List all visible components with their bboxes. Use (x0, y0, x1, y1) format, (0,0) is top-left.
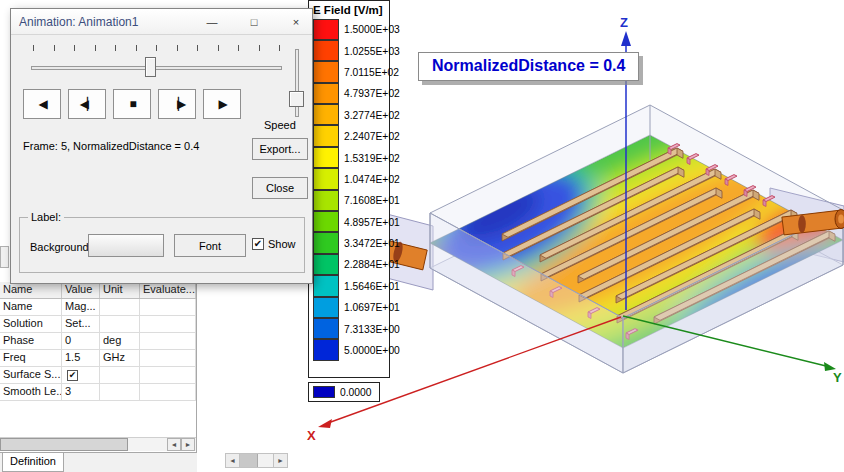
animation-dialog: Animation: Animation1 — □ × Speed ◀ ◀▏ ■… (10, 8, 313, 284)
legend-value: 1.5319E+02 (344, 153, 400, 164)
properties-column-header[interactable]: Value (62, 282, 100, 298)
property-value[interactable]: Mag... (62, 299, 100, 315)
frame-slider[interactable] (31, 66, 282, 70)
scroll-right-icon[interactable]: ► (181, 438, 195, 451)
show-checkbox-label: Show (268, 238, 296, 250)
close-button[interactable]: Close (252, 177, 308, 199)
property-name: Name (0, 299, 62, 315)
property-unit (100, 384, 140, 400)
legend-value: 3.2774E+02 (344, 110, 400, 121)
legend-value: 4.7937E+02 (344, 88, 400, 99)
property-row[interactable]: Freq 1.5 GHz (0, 350, 196, 367)
legend-value: 1.0474E+02 (344, 174, 400, 185)
property-evaluated (140, 299, 196, 315)
scroll-right-icon[interactable]: ► (273, 454, 287, 467)
play-reverse-button[interactable]: ◀ (23, 89, 61, 119)
viewport-hscrollbar[interactable]: ◄ ► (225, 453, 288, 468)
legend-value: 7.1608E+01 (344, 195, 400, 206)
properties-column-header[interactable]: Name (0, 282, 62, 298)
frame-slider-thumb[interactable] (145, 57, 156, 77)
legend-entry: 2.2884E+01 (313, 254, 389, 275)
property-row[interactable]: Smooth Le... 3 (0, 384, 196, 401)
legend-value: 2.2884E+01 (344, 259, 400, 270)
properties-header: Name Value Unit Evaluate... (0, 282, 196, 299)
property-value[interactable]: 1.5 (62, 350, 100, 366)
property-evaluated (140, 316, 196, 332)
legend-color-swatch (313, 40, 339, 61)
legend-entry: 7.0115E+02 (313, 62, 389, 83)
legend-zero-value: 0.0000 (340, 387, 372, 398)
properties-hscrollbar[interactable]: ◄ ► (0, 437, 196, 451)
property-name: Surface S... (0, 367, 62, 383)
speed-slider-thumb[interactable] (289, 91, 304, 107)
legend-zero-entry: 0.0000 (308, 382, 380, 402)
property-checkbox: ✔ (67, 370, 78, 381)
step-forward-button[interactable]: ▕▶ (158, 89, 196, 119)
legend-value: 5.0000E+00 (344, 345, 400, 356)
property-value[interactable]: ✔ (62, 367, 100, 383)
export-button[interactable]: Export... (252, 138, 308, 160)
frame-slider-ticks (33, 45, 280, 51)
animation-dialog-titlebar[interactable]: Animation: Animation1 — □ × (11, 9, 312, 35)
legend-color-swatch (313, 297, 339, 318)
maximize-button[interactable]: □ (246, 16, 262, 28)
property-name: Solution (0, 316, 62, 332)
properties-rows: Name Mag... Solution Set... Phase 0 deg … (0, 299, 196, 401)
properties-hscrollbar-thumb[interactable] (0, 438, 128, 451)
property-value[interactable]: 0 (62, 333, 100, 349)
property-row[interactable]: Name Mag... (0, 299, 196, 316)
legend-value: 1.0255E+03 (344, 46, 400, 57)
step-reverse-button[interactable]: ◀▏ (68, 89, 106, 119)
properties-panel: Name Value Unit Evaluate... Name Mag... … (0, 282, 197, 472)
legend-value: 7.3133E+00 (344, 324, 400, 335)
background-color-button[interactable] (88, 234, 164, 257)
playback-icon: ■ (129, 97, 134, 111)
property-value[interactable]: 3 (62, 384, 100, 400)
legend-value: 2.2407E+02 (344, 131, 400, 142)
show-checkbox[interactable]: ✔ (252, 238, 264, 250)
legend-entry: 3.2774E+02 (313, 105, 389, 126)
legend-color-swatch (313, 104, 339, 125)
scroll-left-icon[interactable]: ◄ (226, 454, 240, 467)
property-name: Phase (0, 333, 62, 349)
label-group: Label: Background: Font ✔ Show (19, 217, 305, 273)
properties-column-header[interactable]: Evaluate... (140, 282, 196, 298)
tab-definition[interactable]: Definition (2, 453, 64, 472)
minimize-button[interactable]: — (204, 16, 220, 28)
property-unit (100, 316, 140, 332)
property-unit: GHz (100, 350, 140, 366)
property-evaluated (140, 367, 196, 383)
legend-color-swatch (313, 275, 339, 296)
property-evaluated (140, 333, 196, 349)
property-row[interactable]: Phase 0 deg (0, 333, 196, 350)
property-unit: deg (100, 333, 140, 349)
legend-entry: 1.5319E+02 (313, 147, 389, 168)
legend-color-swatch (313, 83, 339, 104)
legend-color-swatch (313, 318, 339, 339)
font-button[interactable]: Font (174, 234, 246, 257)
legend-value: 1.5646E+01 (344, 281, 400, 292)
legend-entry: 1.0255E+03 (313, 40, 389, 61)
legend-color-swatch (313, 232, 339, 253)
viewport-hscrollbar-thumb[interactable] (240, 454, 258, 467)
panel-edge-handle[interactable] (0, 246, 9, 268)
playback-icon: ◀▏ (80, 97, 94, 111)
property-name: Freq (0, 350, 62, 366)
dialog-title: Animation: Animation1 (19, 15, 204, 29)
axis-x-label: X (307, 428, 316, 443)
playback-icon: ▶ (218, 97, 225, 111)
property-value[interactable]: Set... (62, 316, 100, 332)
property-row[interactable]: Solution Set... (0, 316, 196, 333)
play-forward-button[interactable]: ▶ (203, 89, 241, 119)
legend-value: 3.3472E+01 (344, 238, 400, 249)
scroll-left-icon[interactable]: ◄ (167, 438, 181, 451)
legend-color-swatch (313, 254, 339, 275)
playback-icon: ◀ (38, 97, 45, 111)
property-evaluated (140, 384, 196, 400)
legend-entry: 1.5000E+03 (313, 19, 389, 40)
stop-button[interactable]: ■ (113, 89, 151, 119)
properties-column-header[interactable]: Unit (100, 282, 140, 298)
legend-entry: 4.8957E+01 (313, 212, 389, 233)
property-row[interactable]: Surface S... ✔ (0, 367, 196, 384)
close-window-button[interactable]: × (288, 16, 304, 28)
